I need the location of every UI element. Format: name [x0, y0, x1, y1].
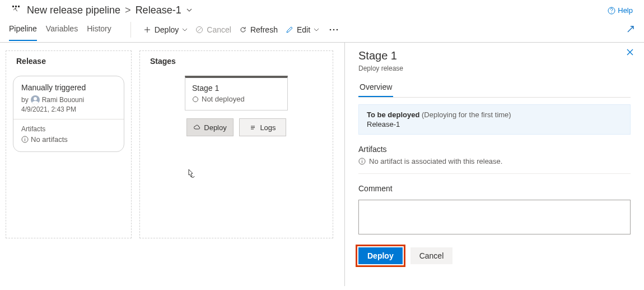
svg-point-8 — [337, 29, 338, 31]
artifacts-label: Artifacts — [21, 125, 116, 133]
cancel-icon — [195, 26, 203, 34]
tab-overview[interactable]: Overview — [358, 82, 393, 97]
edit-dropdown-button[interactable]: Edit — [282, 23, 323, 36]
deploy-label: Deploy — [155, 25, 179, 34]
by-label: by — [21, 96, 29, 104]
pencil-icon — [286, 26, 293, 34]
artifacts-heading: Artifacts — [358, 145, 631, 154]
svg-point-6 — [330, 29, 332, 31]
release-panel: Release Manually triggered by Rami Bouou… — [6, 50, 132, 238]
help-icon — [608, 7, 615, 15]
svg-point-12 — [193, 96, 198, 102]
more-icon — [329, 29, 338, 31]
panel-subtitle: Deploy release — [358, 65, 631, 72]
page-header: New release pipeline > Release-1 Help — [0, 0, 644, 17]
artifacts-msg-text: No artifact is associated with this rele… — [369, 157, 502, 165]
chevron-down-icon — [182, 27, 188, 33]
stages-panel-title: Stages — [147, 57, 326, 66]
expand-button[interactable] — [626, 25, 635, 35]
toolbar: Pipeline Variables History Deploy Cancel… — [0, 17, 644, 42]
stage-deploy-button[interactable]: Deploy — [186, 118, 234, 136]
refresh-button[interactable]: Refresh — [236, 23, 281, 36]
no-artifacts-text: No artifacts — [31, 135, 68, 144]
more-button[interactable] — [324, 26, 342, 33]
deploy-info-box: To be deployed (Deploying for the first … — [358, 104, 631, 135]
stage-card[interactable]: Stage 1 Not deployed — [185, 76, 288, 111]
logs-icon — [249, 124, 256, 131]
release-trigger: Manually triggered — [21, 83, 116, 92]
help-link[interactable]: Help — [608, 6, 633, 15]
nav-tabs: Pipeline Variables History — [9, 19, 111, 41]
stage-logs-button[interactable]: Logs — [239, 118, 286, 136]
stages-panel: Stages Stage 1 Not deployed Deploy — [139, 50, 333, 238]
cloud-icon — [193, 124, 200, 131]
stage-actions: Deploy Logs — [147, 118, 326, 136]
plus-icon — [143, 26, 151, 34]
artifacts-section: Artifacts No artifact is associated with… — [358, 145, 631, 165]
refresh-icon — [239, 26, 247, 34]
svg-point-4 — [612, 12, 612, 12]
svg-rect-11 — [25, 138, 25, 139]
stage-name: Stage 1 — [192, 84, 281, 93]
svg-rect-14 — [362, 161, 362, 163]
svg-rect-2 — [18, 6, 20, 7]
breadcrumb: New release pipeline > Release-1 — [11, 4, 193, 16]
panel-title: Stage 1 — [358, 49, 631, 62]
not-deployed-icon — [192, 96, 199, 103]
to-be-deployed-detail: (Deploying for the first time) — [422, 111, 511, 119]
divider — [130, 22, 131, 38]
chevron-down-icon — [314, 27, 319, 33]
help-label: Help — [618, 6, 633, 15]
breadcrumb-pipeline[interactable]: New release pipeline — [27, 4, 120, 16]
svg-rect-0 — [12, 6, 14, 7]
pipeline-view: Release Manually triggered by Rami Bouou… — [0, 43, 344, 286]
stage-status: Not deployed — [192, 95, 281, 103]
release-panel-title: Release — [13, 57, 124, 66]
release-byline: by Rami Bououni — [21, 95, 116, 104]
pipeline-icon — [11, 4, 20, 16]
svg-point-7 — [333, 29, 335, 31]
info-icon — [358, 158, 366, 165]
refresh-label: Refresh — [250, 25, 278, 34]
cancel-button[interactable]: Cancel — [410, 247, 453, 264]
stage-logs-label: Logs — [260, 123, 276, 132]
divider — [358, 173, 631, 174]
cursor-icon — [186, 168, 196, 181]
content-area: Release Manually triggered by Rami Bouou… — [0, 42, 644, 286]
no-artifacts: No artifacts — [21, 135, 116, 144]
release-timestamp: 4/9/2021, 2:43 PM — [21, 105, 116, 113]
tab-history[interactable]: History — [87, 19, 111, 41]
panel-footer: Deploy Cancel — [358, 247, 631, 264]
breadcrumb-separator: > — [125, 4, 131, 16]
edit-label: Edit — [297, 25, 310, 34]
close-icon — [626, 48, 634, 56]
deploy-panel: Stage 1 Deploy release Overview To be de… — [344, 43, 644, 286]
svg-rect-15 — [362, 160, 362, 160]
svg-rect-1 — [15, 6, 17, 7]
stage-deploy-label: Deploy — [204, 123, 226, 132]
breadcrumb-release[interactable]: Release-1 — [136, 4, 181, 16]
release-card[interactable]: Manually triggered by Rami Bououni 4/9/2… — [13, 76, 124, 152]
deploy-dropdown-button[interactable]: Deploy — [140, 23, 192, 36]
deploy-button[interactable]: Deploy — [358, 247, 403, 264]
comment-input[interactable] — [358, 200, 631, 234]
cancel-label: Cancel — [207, 25, 231, 34]
avatar — [31, 95, 40, 104]
comment-heading: Comment — [358, 184, 631, 193]
comment-section: Comment — [358, 184, 631, 236]
chevron-down-icon[interactable] — [186, 4, 193, 16]
panel-tabs: Overview — [358, 82, 631, 98]
cancel-button: Cancel — [192, 23, 235, 36]
close-button[interactable] — [626, 48, 634, 58]
info-icon — [21, 136, 29, 143]
artifacts-message: No artifact is associated with this rele… — [358, 157, 631, 165]
tab-pipeline[interactable]: Pipeline — [9, 19, 37, 41]
to-be-deployed-label: To be deployed — [367, 111, 419, 119]
info-release-name: Release-1 — [367, 120, 622, 128]
tab-variables[interactable]: Variables — [46, 19, 78, 41]
stage-status-text: Not deployed — [202, 95, 245, 103]
by-user: Rami Bououni — [42, 96, 84, 104]
svg-rect-10 — [25, 139, 25, 141]
